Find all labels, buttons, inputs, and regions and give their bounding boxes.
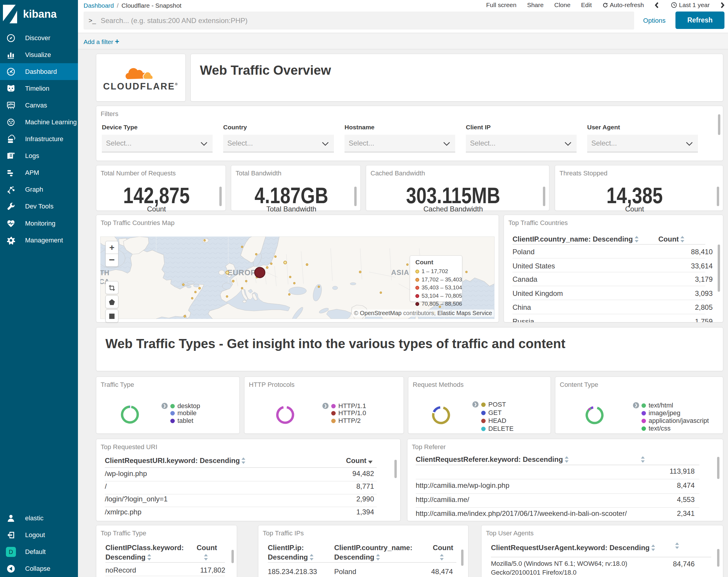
svg-text:TH: TH: [100, 269, 109, 277]
svg-text:D: D: [9, 549, 13, 555]
svg-text:ASIA: ASIA: [391, 269, 409, 276]
